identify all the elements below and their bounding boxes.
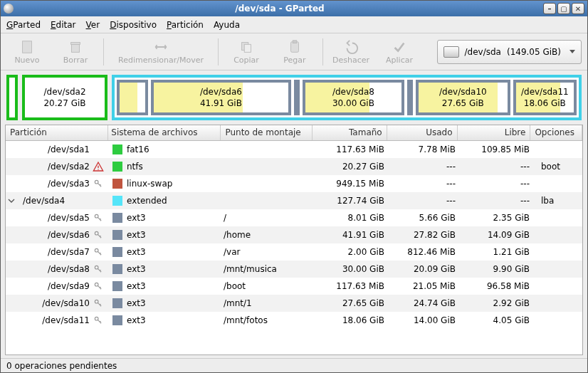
cell-used: 24.74 GiB bbox=[392, 298, 463, 308]
cell-used: 812.46 MiB bbox=[392, 247, 463, 257]
copy-button[interactable]: Copiar bbox=[226, 36, 267, 68]
diagram-sda8[interactable]: /dev/sda830.00 GiB bbox=[303, 80, 404, 115]
cell-mountpoint: /mnt/musica bbox=[224, 264, 316, 274]
diagram-sda7[interactable] bbox=[294, 80, 300, 115]
menu-dispositivo[interactable]: Dispositivo bbox=[110, 20, 157, 30]
diagram-sda2[interactable]: /dev/sda220.27 GiB bbox=[22, 75, 107, 120]
table-row[interactable]: /dev/sda6ext3/home41.91 GiB27.82 GiB14.0… bbox=[6, 226, 582, 243]
svg-rect-6 bbox=[293, 40, 297, 43]
table-row[interactable]: /dev/sda2ntfs20.27 GiB------boot bbox=[6, 158, 582, 175]
cell-free: 2.35 GiB bbox=[463, 213, 537, 223]
svg-rect-2 bbox=[71, 42, 80, 44]
expand-icon[interactable] bbox=[6, 195, 17, 206]
cell-size: 27.65 GiB bbox=[316, 298, 392, 308]
lock-icon bbox=[93, 263, 104, 275]
cell-free: 2.92 GiB bbox=[463, 298, 537, 308]
menu-particion[interactable]: Partición bbox=[167, 20, 204, 30]
cell-free: --- bbox=[463, 196, 537, 206]
menubar: GParted Editar Ver Dispositivo Partición… bbox=[1, 16, 587, 33]
fs-color-swatch bbox=[112, 196, 122, 206]
window-title: /dev/sda - GParted bbox=[18, 4, 542, 14]
cell-used: 7.78 MiB bbox=[392, 145, 463, 154]
table-row[interactable]: /dev/sda8ext3/mnt/musica30.00 GiB20.09 G… bbox=[6, 261, 582, 278]
svg-point-16 bbox=[95, 317, 98, 320]
partition-diagram: /dev/sda220.27 GiB /dev/sda641.91 GiB /d… bbox=[1, 70, 587, 125]
cell-free: 4.05 GiB bbox=[463, 315, 537, 325]
new-button[interactable]: Nuevo bbox=[6, 36, 48, 68]
minimize-button[interactable]: – bbox=[543, 3, 556, 14]
cell-size: 8.01 GiB bbox=[316, 213, 392, 223]
svg-point-14 bbox=[95, 283, 98, 286]
menu-gparted[interactable]: GParted bbox=[6, 20, 41, 30]
header-free[interactable]: Libre bbox=[458, 125, 531, 140]
maximize-button[interactable]: ▢ bbox=[557, 3, 570, 14]
table-row[interactable]: /dev/sda1fat16117.63 MiB7.78 MiB109.85 M… bbox=[6, 141, 582, 158]
table-row[interactable]: /dev/sda5ext3/8.01 GiB5.66 GiB2.35 GiB bbox=[6, 209, 582, 226]
cell-filesystem: ext3 bbox=[110, 213, 224, 223]
table-row[interactable]: /dev/sda7ext3/var2.00 GiB812.46 MiB1.21 … bbox=[6, 243, 582, 261]
cell-mountpoint: /mnt/1 bbox=[224, 298, 316, 308]
table-row[interactable]: /dev/sda10ext3/mnt/127.65 GiB24.74 GiB2.… bbox=[6, 295, 582, 312]
delete-button[interactable]: Borrar bbox=[55, 36, 96, 68]
cell-size: 18.06 GiB bbox=[316, 315, 392, 325]
cell-mountpoint: /home bbox=[224, 230, 316, 240]
cell-size: 127.74 GiB bbox=[316, 196, 392, 206]
header-used[interactable]: Usado bbox=[387, 125, 458, 140]
lock-icon bbox=[93, 280, 104, 292]
table-row[interactable]: /dev/sda11ext3/mnt/fotos18.06 GiB14.00 G… bbox=[6, 312, 582, 329]
diagram-sda11[interactable]: /dev/sda1118.06 GiB bbox=[513, 80, 577, 115]
header-filesystem[interactable]: Sistema de archivos bbox=[108, 125, 221, 140]
cell-filesystem: ext3 bbox=[110, 315, 224, 325]
diagram-sda10[interactable]: /dev/sda1027.65 GiB bbox=[416, 80, 510, 115]
cell-filesystem: ntfs bbox=[110, 162, 224, 172]
device-size: (149.05 GiB) bbox=[507, 47, 561, 57]
cell-used: 14.00 GiB bbox=[392, 315, 463, 325]
cell-free: 9.90 GiB bbox=[463, 264, 537, 274]
close-button[interactable]: ✕ bbox=[572, 3, 584, 14]
cell-free: --- bbox=[463, 162, 537, 172]
header-options[interactable]: Opciones bbox=[530, 125, 582, 140]
cell-partition: /dev/sda9 bbox=[6, 280, 110, 292]
cell-size: 41.91 GiB bbox=[316, 230, 392, 240]
diagram-sda9[interactable] bbox=[407, 80, 413, 115]
menu-ayuda[interactable]: Ayuda bbox=[214, 20, 240, 30]
diagram-extended[interactable]: /dev/sda641.91 GiB /dev/sda830.00 GiB /d… bbox=[112, 75, 582, 120]
fs-color-swatch bbox=[112, 247, 122, 257]
lock-icon bbox=[93, 298, 104, 309]
table-row[interactable]: /dev/sda9ext3/boot117.63 MiB21.05 MiB96.… bbox=[6, 278, 582, 295]
cell-size: 30.00 GiB bbox=[316, 264, 392, 274]
menu-editar[interactable]: Editar bbox=[51, 20, 76, 30]
cell-free: 109.85 MiB bbox=[463, 145, 537, 154]
diagram-sda5[interactable] bbox=[117, 80, 148, 115]
titlebar[interactable]: /dev/sda - GParted – ▢ ✕ bbox=[1, 1, 587, 16]
header-mountpoint[interactable]: Punto de montaje bbox=[221, 125, 313, 140]
cell-partition: /dev/sda2 bbox=[6, 161, 110, 172]
resize-button[interactable]: Redimensionar/Mover bbox=[111, 36, 211, 68]
apply-button[interactable]: Aplicar bbox=[379, 36, 420, 68]
table-row[interactable]: /dev/sda3linux-swap949.15 MiB------ bbox=[6, 175, 582, 192]
table-row[interactable]: /dev/sda4extended127.74 GiB------lba bbox=[6, 192, 582, 209]
cell-size: 20.27 GiB bbox=[316, 162, 392, 172]
paste-button[interactable]: Pegar bbox=[274, 36, 315, 68]
menu-ver[interactable]: Ver bbox=[86, 20, 100, 30]
svg-rect-1 bbox=[72, 44, 80, 52]
cell-mountpoint: /boot bbox=[224, 281, 316, 291]
partition-table: Partición Sistema de archivos Punto de m… bbox=[5, 125, 583, 355]
diagram-sda6[interactable]: /dev/sda641.91 GiB bbox=[151, 80, 291, 115]
cell-size: 117.63 MiB bbox=[316, 145, 392, 154]
statusbar: 0 operaciones pendientes bbox=[1, 358, 587, 372]
table-body: /dev/sda1fat16117.63 MiB7.78 MiB109.85 M… bbox=[6, 141, 582, 329]
device-selector[interactable]: /dev/sda (149.05 GiB) bbox=[437, 40, 582, 64]
fs-color-swatch bbox=[112, 213, 122, 223]
diagram-sda1[interactable] bbox=[6, 75, 18, 120]
app-icon bbox=[4, 4, 14, 14]
cell-mountpoint: / bbox=[224, 213, 316, 223]
device-label: /dev/sda bbox=[465, 47, 501, 57]
cell-mountpoint: /var bbox=[224, 247, 316, 257]
header-size[interactable]: Tamaño bbox=[313, 125, 387, 140]
lock-icon bbox=[93, 315, 104, 326]
cell-used: 21.05 MiB bbox=[392, 281, 463, 291]
undo-button[interactable]: Deshacer bbox=[330, 36, 372, 68]
cell-filesystem: linux-swap bbox=[110, 179, 224, 189]
header-partition[interactable]: Partición bbox=[6, 125, 108, 140]
